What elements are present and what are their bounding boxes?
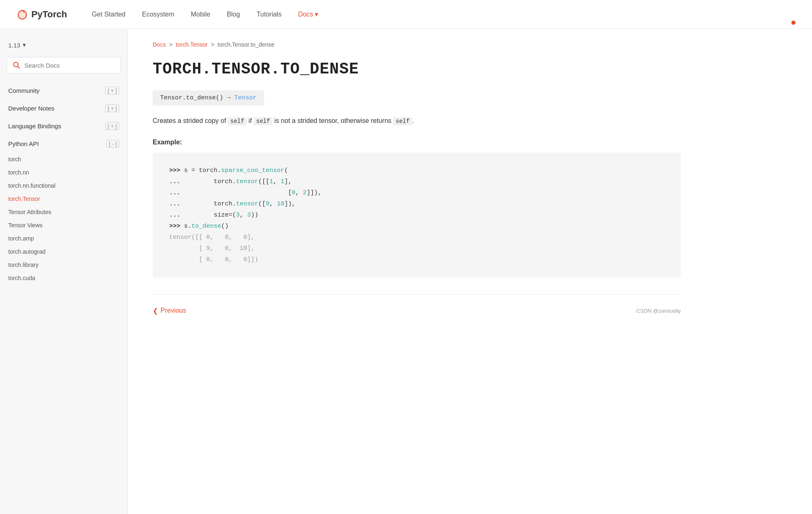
- breadcrumb-torch-tensor[interactable]: torch.Tensor: [176, 41, 208, 48]
- page-navigation: ❮ Previous CSDN @zansuolly: [153, 294, 681, 315]
- sidebar-sub-torch-library[interactable]: torch.library: [0, 258, 127, 271]
- signature-return-link[interactable]: Tensor: [234, 94, 257, 101]
- sidebar-item-python-api[interactable]: Python API [ - ]: [0, 135, 127, 153]
- sidebar-sub-torch-nn[interactable]: torch.nn: [0, 166, 127, 179]
- developer-notes-toggle[interactable]: [ + ]: [105, 104, 119, 112]
- sidebar-sub-torch[interactable]: torch: [0, 153, 127, 166]
- chevron-down-icon: ▾: [315, 10, 318, 18]
- docs-active-indicator: [791, 21, 795, 25]
- sidebar: 1.13 ▾ Community [ + ] Developer Notes […: [0, 29, 128, 514]
- code-line-8: [ 9, 0, 10],: [169, 243, 664, 254]
- logo-text: PyTorch: [31, 9, 67, 20]
- nav-ecosystem[interactable]: Ecosystem: [142, 11, 174, 18]
- page-layout: 1.13 ▾ Community [ + ] Developer Notes […: [0, 29, 812, 514]
- desc-code-self2: self: [254, 117, 273, 125]
- language-bindings-toggle[interactable]: [ + ]: [105, 122, 119, 130]
- page-title: TORCH.TENSOR.TO_DENSE: [153, 60, 681, 78]
- signature-text: Tensor.to_dense() →: [160, 94, 234, 101]
- nav-tutorials[interactable]: Tutorials: [257, 11, 282, 18]
- example-label: Example:: [153, 139, 681, 146]
- search-input[interactable]: [24, 62, 115, 69]
- nav-blog[interactable]: Blog: [227, 11, 240, 18]
- code-block: >>> s = torch.sparse_coo_tensor( ... tor…: [153, 153, 681, 278]
- breadcrumb-current: torch.Tensor.to_dense: [217, 41, 274, 48]
- version-selector[interactable]: 1.13 ▾: [0, 37, 127, 57]
- code-line-5: ... size=(3, 3)): [169, 210, 664, 221]
- breadcrumb-docs[interactable]: Docs: [153, 41, 166, 48]
- code-line-9: [ 0, 0, 0]]): [169, 254, 664, 265]
- sidebar-sub-torch-nn-functional[interactable]: torch.nn.functional: [0, 179, 127, 192]
- nav-mobile[interactable]: Mobile: [191, 11, 210, 18]
- previous-link[interactable]: ❮ Previous: [153, 307, 186, 315]
- pytorch-logo-icon: [17, 9, 28, 20]
- code-line-2: ... torch.tensor([[1, 1],: [169, 176, 664, 187]
- main-nav: Get Started Ecosystem Mobile Blog Tutori…: [92, 10, 795, 18]
- sidebar-sub-torch-autograd[interactable]: torch.autograd: [0, 245, 127, 258]
- previous-icon: ❮: [153, 307, 158, 315]
- sidebar-item-developer-notes[interactable]: Developer Notes [ + ]: [0, 99, 127, 117]
- search-icon: [13, 61, 20, 69]
- search-box[interactable]: [7, 57, 121, 73]
- nav-docs[interactable]: Docs ▾: [298, 10, 318, 18]
- sidebar-sub-torch-amp[interactable]: torch.amp: [0, 232, 127, 245]
- footer-credit: CSDN @zansuolly: [636, 308, 681, 314]
- logo[interactable]: PyTorch: [17, 9, 67, 20]
- main-content: Docs > torch.Tensor > torch.Tensor.to_de…: [128, 29, 706, 514]
- signature-box: Tensor.to_dense() → Tensor: [153, 90, 264, 106]
- sidebar-item-language-bindings[interactable]: Language Bindings [ + ]: [0, 117, 127, 135]
- breadcrumb-sep1: >: [169, 41, 172, 48]
- description: Creates a strided copy of self if self i…: [153, 116, 681, 126]
- sidebar-sub-tensor-views[interactable]: Tensor Views: [0, 219, 127, 232]
- desc-code-self1: self: [228, 117, 247, 125]
- nav-get-started[interactable]: Get Started: [92, 11, 125, 18]
- python-api-toggle[interactable]: [ - ]: [106, 140, 119, 148]
- header: PyTorch Get Started Ecosystem Mobile Blo…: [0, 0, 812, 29]
- community-toggle[interactable]: [ + ]: [105, 87, 119, 94]
- sidebar-sub-torch-cuda[interactable]: torch.cuda: [0, 271, 127, 285]
- code-line-1: >>> s = torch.sparse_coo_tensor(: [169, 165, 664, 176]
- code-line-7: tensor([[ 0, 0, 0],: [169, 232, 664, 243]
- breadcrumb: Docs > torch.Tensor > torch.Tensor.to_de…: [153, 41, 681, 48]
- version-chevron-icon: ▾: [23, 41, 26, 49]
- sidebar-sub-tensor-attributes[interactable]: Tensor Attributes: [0, 205, 127, 219]
- code-line-3: ... [0, 2]]),: [169, 187, 664, 198]
- version-label: 1.13: [8, 42, 20, 49]
- sidebar-item-community[interactable]: Community [ + ]: [0, 82, 127, 99]
- code-line-4: ... torch.tensor([9, 10]),: [169, 198, 664, 210]
- svg-point-1: [23, 10, 24, 12]
- breadcrumb-sep2: >: [211, 41, 214, 48]
- previous-label: Previous: [161, 307, 186, 314]
- sidebar-sub-torch-tensor[interactable]: torch.Tensor: [0, 192, 127, 205]
- svg-line-3: [18, 66, 20, 68]
- desc-code-self3: self: [393, 117, 412, 125]
- code-line-6: >>> s.to_dense(): [169, 221, 664, 232]
